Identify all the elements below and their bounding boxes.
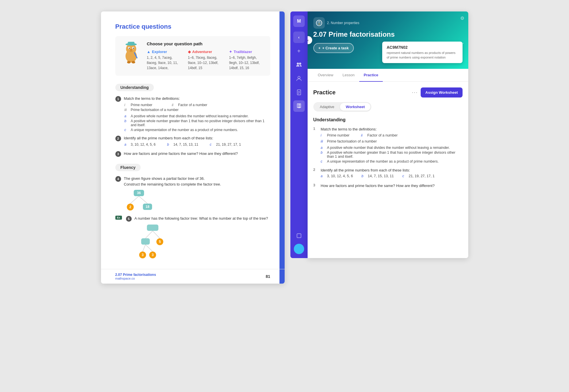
sidebar-logo[interactable]: M <box>293 15 305 27</box>
q1-b: b A positive whole number greater than 1… <box>125 119 270 127</box>
question-3: 3 How are factors and prime factors the … <box>115 151 270 157</box>
hero-code: AC9M7N02 <box>387 45 458 50</box>
q1-c-text: A unique representation of the number as… <box>131 128 238 132</box>
q3-badge: 3 <box>115 151 121 157</box>
svg-rect-8 <box>128 42 134 45</box>
create-task-plus-icon: + <box>319 46 321 50</box>
hero-section: ‹ ⚙ 2 3 2. Number properties 2.07 Prime … <box>308 11 468 69</box>
path-choices: Choose your question path ▲ Explorer 1, … <box>147 41 265 71</box>
trailblazer-label: Trailblazer <box>234 50 252 54</box>
pq2-num: 2 <box>313 167 319 172</box>
pq-3: 3 How are factors and prime factors the … <box>313 183 463 189</box>
practice-actions: ··· Assign Worksheet <box>412 87 462 97</box>
practice-header: Practice ··· Assign Worksheet <box>313 87 463 97</box>
q1-iii-text: Prime factorisation of a number <box>131 108 179 112</box>
pq-2: 2 Identify all the prime numbers from ea… <box>313 167 463 179</box>
explorer-icon: ▲ <box>147 50 151 54</box>
textbook-panel: Practice questions <box>101 11 285 284</box>
q4-badge: 4 <box>115 176 121 182</box>
q1-b-text: A positive whole number greater than 1 t… <box>131 119 270 127</box>
path-explorer: ▲ Explorer 1, 2, 4, 5, 7aceg, 8aceg, 9ac… <box>147 50 182 71</box>
q5-badge: Ex <box>115 216 122 220</box>
footer-title: 2.07 Prime factorisations <box>115 273 156 277</box>
question-path-box: Choose your question path ▲ Explorer 1, … <box>115 36 270 76</box>
svg-text:3: 3 <box>319 23 320 25</box>
sidebar-users[interactable] <box>293 59 305 71</box>
understanding-section: Understanding 1 Match the terms to the d… <box>115 84 270 157</box>
svg-rect-20 <box>147 225 158 231</box>
sidebar-document[interactable] <box>293 87 305 98</box>
svg-line-14 <box>130 196 139 204</box>
explorer-label: Explorer <box>152 50 167 54</box>
question-5: Ex 5 A number has the following factor t… <box>115 216 270 260</box>
svg-line-21 <box>145 231 153 238</box>
svg-point-5 <box>133 48 134 49</box>
hero-settings-icon[interactable]: ⚙ <box>460 15 464 21</box>
assign-worksheet-button[interactable]: Assign Worksheet <box>421 87 462 97</box>
q1-a-text: A positive whole number that divides the… <box>131 114 249 118</box>
sidebar-back-btn[interactable]: ‹ <box>293 32 305 43</box>
pq1-a: a A positive whole number that divides t… <box>321 146 463 150</box>
mascot <box>121 41 141 65</box>
right-container: M ‹ + <box>290 11 468 258</box>
pq3-num: 3 <box>313 183 319 187</box>
factor-tree-unknown: 5 3 3 <box>138 224 270 260</box>
pq2-c: c 21, 19, 27, 17, 1 <box>402 174 434 178</box>
sidebar-plus[interactable]: + <box>293 45 305 57</box>
svg-rect-39 <box>297 234 301 238</box>
q3-text: How are factors and prime factors the sa… <box>124 151 238 157</box>
q1-ii-text: Factor of a number <box>178 103 207 107</box>
sidebar-person[interactable] <box>293 73 305 84</box>
toggle-worksheet[interactable]: Worksheet <box>340 103 370 111</box>
trailblazer-questions: 1–6, 7efgh, 8efgh, 9egh, 10–12, 13bdf, 1… <box>229 55 264 71</box>
practice-section-understanding: Understanding <box>313 117 463 122</box>
create-task-label: + Create a task <box>322 46 349 50</box>
hero-description: represent natural numbers as products of… <box>387 51 458 60</box>
fluency-section: Fluency 4 The given figure shows a parti… <box>115 164 270 260</box>
svg-text:5: 5 <box>159 240 161 244</box>
hero-title: 2.07 Prime factorisations <box>313 30 463 38</box>
practice-more-icon[interactable]: ··· <box>412 89 418 95</box>
q2-a: a 3, 10, 12, 4, 5, 6 <box>125 143 156 147</box>
svg-text:3: 3 <box>152 253 154 257</box>
pq1-num: 1 <box>313 126 319 131</box>
q2-c: c 21, 19, 27, 17, 1 <box>210 143 241 147</box>
tab-overview[interactable]: Overview <box>313 69 338 82</box>
tab-lesson[interactable]: Lesson <box>338 69 359 82</box>
path-heading: Choose your question path <box>147 41 265 46</box>
sidebar-avatar[interactable] <box>294 244 304 254</box>
q2-b: b 14, 7, 15, 13, 11 <box>167 143 198 147</box>
svg-text:2: 2 <box>129 205 131 209</box>
toggle-adaptive[interactable]: Adaptive <box>314 103 340 111</box>
create-task-button[interactable]: + + Create a task <box>313 43 354 53</box>
q1-i-text: Prime number <box>131 103 152 107</box>
path-trailblazer: ✦ Trailblazer 1–6, 7efgh, 8efgh, 9egh, 1… <box>229 50 264 71</box>
q1-badge: 1 <box>115 96 121 102</box>
q1-iii: iii Prime factorisation of a number <box>125 108 270 112</box>
hero-back-button[interactable]: ‹ <box>308 36 312 44</box>
content-tabs: Overview Lesson Practice <box>308 69 468 82</box>
sidebar-square[interactable] <box>293 230 305 241</box>
q5-text: A number has the following factor tree: … <box>135 216 270 221</box>
pq1-b: b A positive whole number greater than 1… <box>321 151 463 159</box>
hero-code-card: AC9M7N02 represent natural numbers as pr… <box>382 42 463 63</box>
pq1-ii: ii Factor of a number <box>361 133 398 137</box>
pq2-b: b 14, 7, 15, 13, 11 <box>362 174 394 178</box>
pq2-a: a 3, 10, 12, 4, 5, 6 <box>321 174 353 178</box>
content-panel: ‹ ⚙ 2 3 2. Number properties 2.07 Prime … <box>308 11 468 258</box>
q5-num: 5 <box>126 216 132 222</box>
q1-i: i Prime number ii Factor of a number <box>125 103 270 107</box>
svg-point-11 <box>131 61 135 63</box>
factor-tree-36: 36 2 18 <box>125 189 153 212</box>
tab-practice[interactable]: Practice <box>359 69 383 82</box>
q1-text: Match the terms to the definitions: <box>124 96 180 102</box>
question-1: 1 Match the terms to the definitions: i … <box>115 96 270 132</box>
pq1-i: i Prime number <box>321 133 350 137</box>
q1-c: c A unique representation of the number … <box>125 128 270 132</box>
pq1-iii: iii Prime factorisation of a number <box>321 139 463 143</box>
adventurer-icon: ◆ <box>188 50 191 54</box>
sidebar-book[interactable] <box>293 100 305 112</box>
question-4: 4 The given figure shows a partial facto… <box>115 176 270 212</box>
svg-line-15 <box>139 196 147 204</box>
textbook-footer: 2.07 Prime factorisations mathspace.co 8… <box>101 269 285 284</box>
